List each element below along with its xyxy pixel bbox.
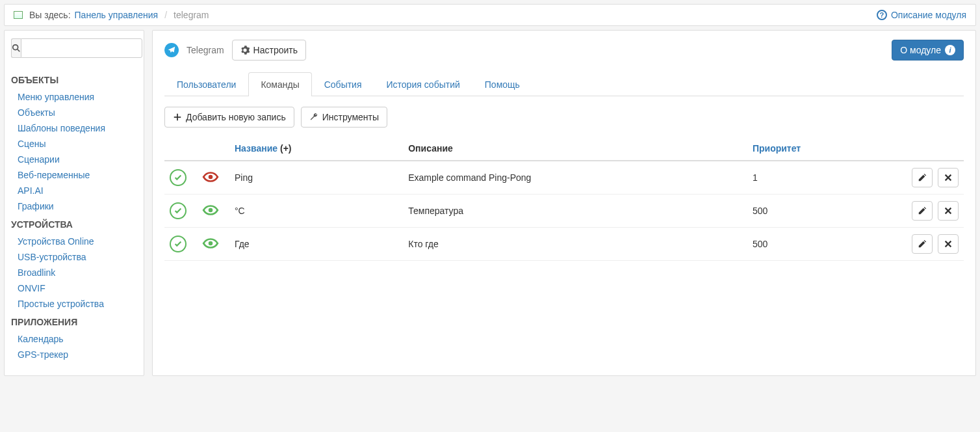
about-module-button[interactable]: О модуле i: [892, 40, 964, 61]
add-record-button[interactable]: Добавить новую запись: [164, 107, 294, 128]
plus-icon: [173, 113, 182, 122]
sidebar-item[interactable]: USB-устройства: [18, 252, 86, 262]
question-icon: ?: [877, 10, 887, 20]
close-icon: [944, 173, 953, 182]
module-name: Telegram: [187, 45, 224, 55]
sidebar-item[interactable]: ONVIF: [18, 283, 45, 293]
breadcrumb-label: Вы здесь:: [29, 10, 71, 20]
svg-point-0: [13, 45, 18, 50]
tab[interactable]: История событий: [374, 72, 472, 96]
topbar: Вы здесь: Панель управления / telegram ?…: [4, 4, 976, 26]
sidebar-item[interactable]: Графики: [18, 201, 54, 211]
pencil-icon: [918, 206, 927, 215]
th-desc: Описание: [403, 137, 747, 161]
edit-button[interactable]: [912, 168, 933, 187]
add-label: Добавить новую запись: [186, 112, 286, 122]
module-header: Telegram Настроить О модуле i: [164, 40, 964, 61]
sidebar-item[interactable]: Сценарии: [18, 154, 60, 165]
cell-name: °C: [229, 195, 403, 228]
delete-button[interactable]: [938, 168, 959, 187]
sidebar-item[interactable]: Календарь: [18, 334, 64, 344]
table-row: Где Кто где 500: [164, 228, 964, 261]
cell-name: Ping: [229, 161, 403, 195]
svg-point-2: [209, 174, 213, 179]
visibility-icon[interactable]: [202, 170, 219, 183]
nav-section-title: ПРИЛОЖЕНИЯ: [11, 312, 137, 331]
breadcrumb-home[interactable]: Панель управления: [75, 10, 159, 20]
module-help-text: Описание модуля: [891, 10, 966, 20]
pencil-icon: [918, 239, 927, 249]
sidebar-item[interactable]: Простые устройства: [18, 299, 104, 309]
sidebar-item[interactable]: Веб-переменные: [18, 170, 90, 180]
sidebar-item[interactable]: Сцены: [18, 139, 46, 149]
search-row: [11, 38, 137, 58]
status-ok-icon[interactable]: [170, 202, 187, 219]
sidebar: ОБЪЕКТЫМеню управленияОбъектыШаблоны пов…: [4, 30, 144, 376]
tabs: ПользователиКомандыСобытияИстория событи…: [164, 72, 964, 96]
table-row: Ping Example command Ping-Pong 1: [164, 161, 964, 195]
svg-point-3: [209, 208, 213, 212]
sidebar-item[interactable]: GPS-трекер: [18, 349, 68, 360]
th-priority[interactable]: Приоритет: [747, 137, 899, 161]
status-ok-icon[interactable]: [170, 169, 187, 186]
breadcrumb-current: telegram: [174, 10, 209, 20]
edit-button[interactable]: [912, 201, 933, 221]
tools-label: Инструменты: [322, 112, 379, 122]
configure-button[interactable]: Настроить: [232, 40, 306, 61]
module-help-link[interactable]: ? Описание модуля: [877, 10, 966, 20]
table-row: °C Температура 500: [164, 195, 964, 228]
configure-label: Настроить: [253, 45, 298, 55]
cell-priority: 500: [747, 228, 899, 261]
sidebar-item[interactable]: Меню управления: [18, 92, 94, 102]
commands-table: Название (+) Описание Приоритет Ping Exa…: [164, 137, 964, 261]
tab[interactable]: Помощь: [472, 72, 532, 96]
visibility-icon[interactable]: [202, 204, 219, 217]
nav-section-title: УСТРОЙСТВА: [11, 214, 137, 234]
breadcrumb: Вы здесь: Панель управления / telegram: [14, 10, 209, 20]
search-icon: [12, 44, 21, 53]
sidebar-item[interactable]: Broadlink: [18, 267, 55, 278]
delete-button[interactable]: [938, 234, 959, 254]
tab[interactable]: Пользователи: [164, 72, 248, 96]
tab[interactable]: События: [312, 72, 374, 96]
th-name[interactable]: Название (+): [229, 137, 403, 161]
close-icon: [944, 239, 953, 249]
toolbar: Добавить новую запись Инструменты: [164, 107, 964, 128]
search-input[interactable]: [21, 38, 142, 58]
gear-icon: [240, 46, 250, 55]
sidebar-item[interactable]: API.AI: [18, 185, 44, 196]
cell-name: Где: [229, 228, 403, 261]
sidebar-item[interactable]: Шаблоны поведения: [18, 123, 105, 133]
sidebar-item[interactable]: Устройства Online: [18, 236, 94, 247]
cell-desc: Example command Ping-Pong: [403, 161, 747, 195]
visibility-icon[interactable]: [202, 237, 219, 250]
tab[interactable]: Команды: [248, 72, 311, 96]
cell-desc: Кто где: [403, 228, 747, 261]
home-icon: [14, 11, 23, 19]
main-panel: Telegram Настроить О модуле i Пользовате…: [152, 30, 976, 376]
cell-desc: Температура: [403, 195, 747, 228]
cell-priority: 500: [747, 195, 899, 228]
cell-priority: 1: [747, 161, 899, 195]
close-icon: [944, 206, 953, 215]
svg-point-4: [209, 241, 213, 245]
about-label: О модуле: [900, 45, 941, 55]
status-ok-icon[interactable]: [170, 236, 187, 252]
nav-section-title: ОБЪЕКТЫ: [11, 70, 137, 89]
sidebar-item[interactable]: Объекты: [18, 107, 55, 118]
pencil-icon: [918, 173, 927, 182]
breadcrumb-sep: /: [162, 10, 170, 20]
search-button[interactable]: [11, 38, 21, 58]
info-icon: i: [945, 45, 955, 55]
svg-line-1: [18, 49, 20, 52]
delete-button[interactable]: [938, 201, 959, 221]
telegram-icon: [164, 43, 179, 57]
edit-button[interactable]: [912, 234, 933, 254]
tools-button[interactable]: Инструменты: [301, 107, 387, 128]
wrench-icon: [309, 113, 318, 122]
